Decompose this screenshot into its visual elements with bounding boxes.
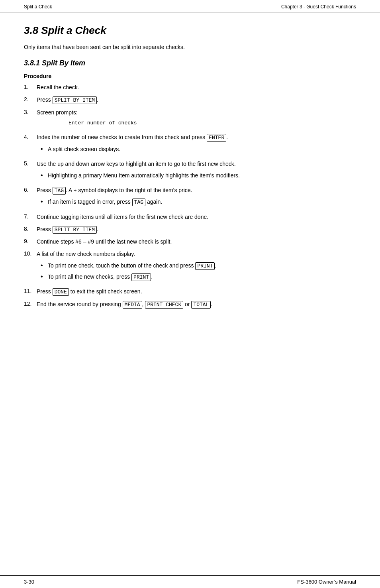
key-tag-1: TAG <box>53 187 66 195</box>
step-10-bullet-2: • To print all the new checks, press PRI… <box>41 273 356 281</box>
step-6: 6. Press TAG. A + symbol displays to the… <box>24 186 356 209</box>
step-12-content: End the service round by pressing MEDIA,… <box>37 300 356 309</box>
intro-text: Only items that have been sent can be sp… <box>24 44 356 50</box>
step-4-bullet-1: • A split check screen displays. <box>41 145 356 153</box>
header: Split a Check Chapter 3 - Guest Check Fu… <box>0 0 380 12</box>
step-5-num: 5. <box>24 160 37 167</box>
step-11: 11. Press DONE to exit the split check s… <box>24 287 356 296</box>
step-11-content: Press DONE to exit the split check scree… <box>37 287 356 296</box>
step-11-num: 11. <box>24 287 37 294</box>
footer-left: 3-30 <box>24 579 34 585</box>
key-media: MEDIA <box>123 301 142 309</box>
step-12: 12. End the service round by pressing ME… <box>24 300 356 309</box>
step-10-content: A list of the new check numbers display.… <box>37 250 356 283</box>
key-total: TOTAL <box>191 301 211 309</box>
content: 3.8 Split a Check Only items that have b… <box>0 12 380 575</box>
section-381-title: 3.8.1 Split By Item <box>24 59 356 67</box>
step-6-content: Press TAG. A + symbol displays to the ri… <box>37 186 356 209</box>
key-print-2: PRINT <box>131 273 151 281</box>
step-5: 5. Use the up and down arrow keys to hig… <box>24 160 356 182</box>
key-enter: ENTER <box>207 134 226 142</box>
step-4-bullets: • A split check screen displays. <box>41 145 356 153</box>
chapter-title: 3.8 Split a Check <box>24 24 356 37</box>
key-tag-2: TAG <box>132 199 145 206</box>
step-9-num: 9. <box>24 238 37 244</box>
footer-right: FS-3600 Owner’s Manual <box>297 579 356 585</box>
key-split-by-item-1: SPLIT BY ITEM <box>53 96 97 104</box>
step-10-bullets: • To print one check, touch the button o… <box>41 262 356 281</box>
step-7-content: Continue tagging items until all items f… <box>37 213 356 221</box>
step-10: 10. A list of the new check numbers disp… <box>24 250 356 283</box>
step-7-num: 7. <box>24 213 37 220</box>
page: Split a Check Chapter 3 - Guest Check Fu… <box>0 0 380 588</box>
header-right: Chapter 3 - Guest Check Functions <box>281 4 356 10</box>
step-2-num: 2. <box>24 96 37 102</box>
step-4-num: 4. <box>24 133 37 140</box>
step-1-content: Recall the check. <box>37 83 356 92</box>
step-1-num: 1. <box>24 83 37 90</box>
step-6-bullet-1: • If an item is tagged in error, press T… <box>41 198 356 206</box>
header-left: Split a Check <box>24 4 52 10</box>
footer: 3-30 FS-3600 Owner’s Manual <box>0 575 380 588</box>
steps-list: 1. Recall the check. 2. Press SPLIT BY I… <box>24 83 356 309</box>
screen-prompt: Enter number of checks <box>69 119 356 127</box>
step-10-bullet-1: • To print one check, touch the button o… <box>41 262 356 270</box>
step-8: 8. Press SPLIT BY ITEM. <box>24 225 356 234</box>
step-9-content: Continue steps #6 – #9 until the last ne… <box>37 238 356 246</box>
step-5-content: Use the up and down arrow keys to highli… <box>37 160 356 182</box>
key-print-check: PRINT CHECK <box>145 301 183 309</box>
step-5-bullets: • Highlighting a primary Menu Item autom… <box>41 171 356 180</box>
key-split-by-item-2: SPLIT BY ITEM <box>53 226 97 234</box>
step-5-bullet-1: • Highlighting a primary Menu Item autom… <box>41 171 356 180</box>
step-8-content: Press SPLIT BY ITEM. <box>37 225 356 234</box>
step-4: 4. Index the number of new checks to cre… <box>24 133 356 156</box>
step-8-num: 8. <box>24 225 37 232</box>
step-6-num: 6. <box>24 186 37 193</box>
step-9: 9. Continue steps #6 – #9 until the last… <box>24 238 356 246</box>
step-1: 1. Recall the check. <box>24 83 356 92</box>
step-3-content: Screen prompts: Enter number of checks <box>37 108 356 130</box>
procedure-heading: Procedure <box>24 73 356 79</box>
step-3-num: 3. <box>24 108 37 115</box>
step-2: 2. Press SPLIT BY ITEM. <box>24 96 356 104</box>
step-6-bullets: • If an item is tagged in error, press T… <box>41 198 356 206</box>
step-12-num: 12. <box>24 300 37 307</box>
step-10-num: 10. <box>24 250 37 257</box>
step-4-content: Index the number of new checks to create… <box>37 133 356 156</box>
key-print-1: PRINT <box>195 262 215 270</box>
key-done: DONE <box>53 288 69 296</box>
step-3: 3. Screen prompts: Enter number of check… <box>24 108 356 130</box>
step-2-content: Press SPLIT BY ITEM. <box>37 96 356 104</box>
step-7: 7. Continue tagging items until all item… <box>24 213 356 221</box>
